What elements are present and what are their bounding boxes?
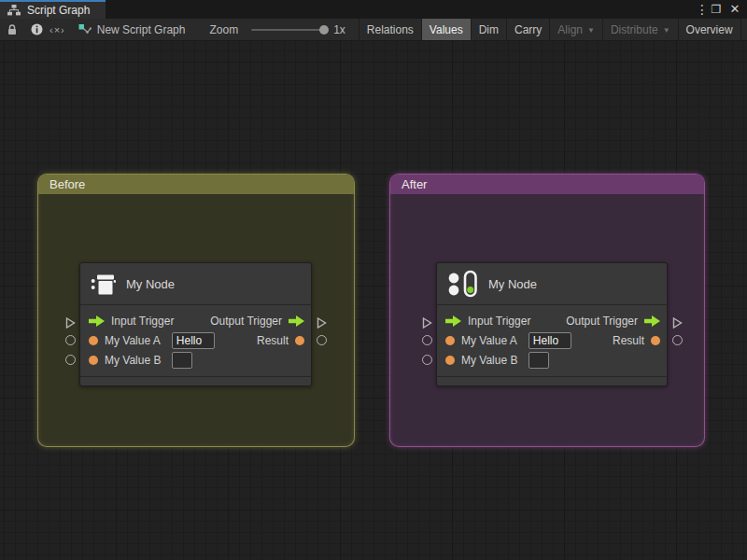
align-label: Align <box>557 23 583 36</box>
trigger-port-outline-icon <box>317 317 327 329</box>
value-port-icon <box>89 336 98 345</box>
lock-icon <box>7 23 18 35</box>
value-port-icon <box>445 356 455 365</box>
node-after[interactable]: My Node Input Trigger Output Trigger <box>436 262 668 386</box>
lock-button[interactable] <box>0 19 24 40</box>
title-bar: Script Graph ⋮ ❐ ✕ <box>0 0 747 19</box>
window-controls: ⋮ ❐ ✕ <box>696 0 747 19</box>
kebab-menu-icon[interactable]: ⋮ <box>696 1 705 18</box>
value-port-icon <box>295 336 304 345</box>
group-after-header[interactable]: After <box>390 175 704 194</box>
new-graph-label: New Script Graph <box>97 23 186 36</box>
node-after-body: Input Trigger Output Trigger My Valu <box>437 305 667 376</box>
graph-toolbar: ‹×› New Script Graph Zoom 1x Relations V… <box>0 19 747 41</box>
zoom-slider-handle[interactable] <box>319 25 329 35</box>
value-b-label: My Value B <box>105 354 161 367</box>
node-after-header[interactable]: My Node <box>437 263 667 305</box>
output-trigger-port[interactable]: Output Trigger <box>210 315 304 328</box>
external-result-port[interactable] <box>672 335 683 345</box>
external-value-a-port[interactable] <box>422 335 432 345</box>
result-port[interactable]: Result <box>257 334 304 347</box>
info-button[interactable] <box>24 19 49 40</box>
input-trigger-port[interactable]: Input Trigger <box>89 315 174 328</box>
value-a-input[interactable] <box>172 332 215 349</box>
value-b-port[interactable]: My Value B <box>445 352 549 369</box>
relations-button[interactable]: Relations <box>359 19 421 40</box>
external-output-trigger-port[interactable] <box>317 315 327 332</box>
graph-canvas[interactable]: Before After My Node <box>0 41 747 560</box>
port-row-trigger: Input Trigger Output Trigger <box>437 311 667 330</box>
trigger-port-outline-icon <box>422 317 432 329</box>
zoom-slider[interactable] <box>251 29 324 31</box>
input-trigger-port[interactable]: Input Trigger <box>445 315 530 328</box>
script-graph-window: Script Graph ⋮ ❐ ✕ ‹×› <box>0 0 747 560</box>
value-b-input[interactable] <box>529 352 549 369</box>
carry-button[interactable]: Carry <box>507 19 549 40</box>
value-b-input[interactable] <box>172 352 192 369</box>
result-port[interactable]: Result <box>613 334 660 347</box>
close-icon[interactable]: ✕ <box>727 1 742 18</box>
external-input-trigger-port[interactable] <box>422 315 432 332</box>
fullscreen-button[interactable]: Full Scr <box>741 19 747 40</box>
chevron-down-icon: ▼ <box>663 26 670 35</box>
value-a-label: My Value A <box>461 334 517 347</box>
value-port-outline-icon <box>422 355 432 365</box>
group-before-header[interactable]: Before <box>38 175 354 194</box>
node-before-header[interactable]: My Node <box>80 263 311 305</box>
output-trigger-port[interactable]: Output Trigger <box>566 315 660 328</box>
node-before-footer <box>80 376 311 385</box>
external-output-trigger-port[interactable] <box>672 315 683 332</box>
values-button[interactable]: Values <box>422 19 471 40</box>
output-trigger-label: Output Trigger <box>566 315 638 328</box>
exec-arrow-icon <box>89 315 105 327</box>
visual-scripting-icon <box>447 269 478 299</box>
distribute-label: Distribute <box>611 23 658 36</box>
graph-tab-icon <box>7 5 21 16</box>
node-before[interactable]: My Node Input Trigger Output Trigger <box>79 262 312 386</box>
code-view-toggle-button[interactable]: ‹×› <box>49 19 65 40</box>
node-before-wrap: My Node Input Trigger Output Trigger <box>79 262 312 386</box>
overview-button[interactable]: Overview <box>679 19 740 40</box>
external-value-a-port[interactable] <box>65 335 76 345</box>
external-value-b-port[interactable] <box>65 355 76 365</box>
value-a-port[interactable]: My Value A <box>89 332 215 349</box>
exec-arrow-icon <box>289 315 304 327</box>
value-a-input[interactable] <box>529 332 571 349</box>
output-trigger-label: Output Trigger <box>210 315 282 328</box>
distribute-dropdown[interactable]: Distribute ▼ <box>603 19 678 40</box>
chevron-down-icon: ▼ <box>587 26 595 35</box>
node-before-body: Input Trigger Output Trigger My Valu <box>80 305 311 376</box>
value-port-icon <box>651 336 660 345</box>
tab-script-graph[interactable]: Script Graph <box>0 0 106 19</box>
maximize-icon[interactable]: ❐ <box>709 1 724 18</box>
value-a-label: My Value A <box>105 334 161 347</box>
value-port-icon <box>445 336 455 345</box>
input-trigger-label: Input Trigger <box>468 315 530 328</box>
port-row-value-b: My Value B <box>437 350 667 370</box>
dim-button[interactable]: Dim <box>472 19 506 40</box>
value-b-port[interactable]: My Value B <box>89 352 192 369</box>
group-after-label: After <box>402 177 427 191</box>
zoom-value: 1x <box>333 23 345 36</box>
port-row-value-a: My Value A Result <box>437 330 667 350</box>
align-dropdown[interactable]: Align ▼ <box>550 19 602 40</box>
node-title: My Node <box>488 277 537 291</box>
value-port-outline-icon <box>317 335 327 345</box>
zoom-control: Zoom 1x <box>209 19 345 40</box>
result-label: Result <box>257 334 289 347</box>
value-b-label: My Value B <box>461 354 517 367</box>
external-result-port[interactable] <box>317 335 327 345</box>
new-script-graph-button[interactable]: New Script Graph <box>78 19 186 40</box>
port-row-trigger: Input Trigger Output Trigger <box>80 311 311 330</box>
external-value-b-port[interactable] <box>422 355 432 365</box>
value-port-outline-icon <box>65 355 76 365</box>
exec-arrow-icon <box>445 315 461 327</box>
zoom-label: Zoom <box>209 23 238 36</box>
info-icon <box>31 23 43 35</box>
external-input-trigger-port[interactable] <box>65 315 76 332</box>
tab-label: Script Graph <box>27 4 90 17</box>
value-a-port[interactable]: My Value A <box>445 332 571 349</box>
trigger-port-outline-icon <box>672 317 683 329</box>
port-row-value-a: My Value A Result <box>80 330 311 350</box>
node-after-wrap: My Node Input Trigger Output Trigger <box>436 262 668 386</box>
